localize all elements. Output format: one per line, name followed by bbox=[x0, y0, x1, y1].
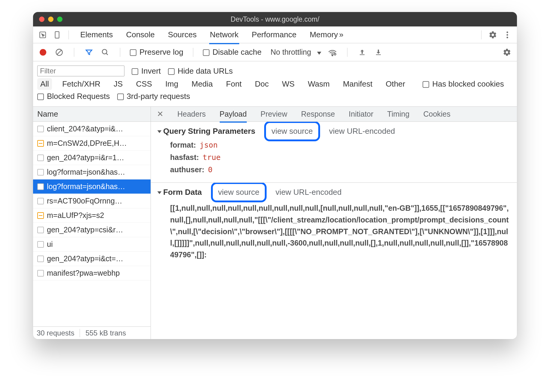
hide-data-urls-checkbox[interactable]: Hide data URLs bbox=[168, 66, 233, 76]
device-toolbar-icon[interactable] bbox=[50, 28, 64, 41]
request-row[interactable]: m=aLUfP?xjs=s2 bbox=[33, 208, 151, 223]
request-row[interactable]: m=CnSW2d,DPreE,H… bbox=[33, 136, 151, 151]
disclosure-triangle-icon[interactable] bbox=[157, 130, 162, 133]
search-icon[interactable] bbox=[100, 47, 110, 57]
svg-rect-12 bbox=[376, 54, 381, 55]
svg-line-8 bbox=[106, 53, 108, 55]
chevron-down-icon bbox=[317, 52, 321, 55]
request-name: m=CnSW2d,DPreE,H… bbox=[47, 139, 127, 148]
gear-icon[interactable] bbox=[486, 28, 500, 41]
tab-memory[interactable]: Memory bbox=[310, 26, 338, 43]
download-har-icon[interactable] bbox=[373, 47, 383, 57]
request-row[interactable]: gen_204?atyp=i&ct=… bbox=[33, 252, 151, 266]
document-file-icon bbox=[37, 241, 44, 248]
tab-sources[interactable]: Sources bbox=[168, 26, 197, 43]
filter-type-wasm[interactable]: Wasm bbox=[305, 78, 333, 90]
clear-icon[interactable] bbox=[54, 47, 64, 57]
document-file-icon bbox=[37, 169, 44, 176]
detail-tab-payload[interactable]: Payload bbox=[220, 110, 247, 123]
svg-point-3 bbox=[506, 34, 508, 35]
filter-type-fetch-xhr[interactable]: Fetch/XHR bbox=[59, 78, 103, 90]
document-file-icon bbox=[37, 155, 44, 161]
query-param: format:json bbox=[170, 141, 510, 149]
record-button[interactable] bbox=[38, 47, 48, 57]
request-count: 30 requests bbox=[37, 329, 74, 337]
network-conditions-icon[interactable] bbox=[327, 47, 338, 57]
svg-point-2 bbox=[506, 31, 508, 33]
third-party-checkbox[interactable]: 3rd-party requests bbox=[117, 92, 190, 101]
titlebar: DevTools - www.google.com/ bbox=[33, 12, 517, 26]
query-string-section-title: Query String Parameters bbox=[163, 127, 255, 136]
detail-pane: ✕ HeadersPayloadPreviewResponseInitiator… bbox=[151, 107, 517, 339]
invert-checkbox[interactable]: Invert bbox=[132, 66, 161, 76]
form-data-body: [[1,null,null,null,null,null,null,null,n… bbox=[170, 202, 510, 261]
filter-type-img[interactable]: Img bbox=[162, 78, 181, 90]
panel-gear-icon[interactable] bbox=[502, 47, 512, 57]
tab-elements[interactable]: Elements bbox=[80, 26, 113, 43]
formdata-view-url-encoded-link[interactable]: view URL-encoded bbox=[276, 188, 342, 197]
qsp-view-source-link[interactable]: view source bbox=[271, 127, 313, 136]
filter-type-font[interactable]: Font bbox=[223, 78, 245, 90]
request-name: gen_204?atyp=i&ct=… bbox=[47, 254, 123, 263]
svg-point-7 bbox=[102, 49, 107, 54]
devtools-window: DevTools - www.google.com/ ElementsConso… bbox=[33, 12, 517, 339]
inspect-element-icon[interactable] bbox=[36, 28, 49, 41]
preserve-log-checkbox[interactable]: Preserve log bbox=[130, 47, 183, 57]
more-tabs-button[interactable]: » bbox=[339, 26, 343, 43]
document-file-icon bbox=[37, 270, 44, 277]
filter-type-all[interactable]: All bbox=[37, 78, 52, 90]
detail-tab-headers[interactable]: Headers bbox=[177, 110, 206, 118]
request-row[interactable]: client_204?&atyp=i&… bbox=[33, 122, 151, 136]
request-row[interactable]: ui bbox=[33, 237, 151, 252]
network-toolbar: Preserve log Disable cache No throttling bbox=[33, 43, 517, 61]
request-name: m=aLUfP?xjs=s2 bbox=[47, 211, 104, 220]
form-data-section-title: Form Data bbox=[163, 188, 202, 197]
filter-type-manifest[interactable]: Manifest bbox=[340, 78, 375, 90]
detail-tab-preview[interactable]: Preview bbox=[261, 110, 287, 118]
transfer-size: 555 kB trans bbox=[80, 329, 126, 337]
disable-cache-label: Disable cache bbox=[212, 47, 261, 57]
request-row[interactable]: rs=ACT90oFqOrnng… bbox=[33, 194, 151, 208]
document-file-icon bbox=[37, 126, 44, 132]
detail-tab-response[interactable]: Response bbox=[301, 110, 335, 118]
kebab-menu-icon[interactable] bbox=[501, 28, 514, 41]
qsp-view-url-encoded-link[interactable]: view URL-encoded bbox=[329, 127, 395, 136]
disable-cache-checkbox[interactable]: Disable cache bbox=[203, 47, 261, 57]
has-blocked-cookies-checkbox[interactable]: Has blocked cookies bbox=[423, 79, 504, 89]
blocked-requests-checkbox[interactable]: Blocked Requests bbox=[37, 92, 110, 101]
filter-type-ws[interactable]: WS bbox=[279, 78, 298, 90]
query-param: hasfast:true bbox=[170, 153, 510, 162]
filter-input[interactable] bbox=[37, 66, 124, 76]
close-icon[interactable]: ✕ bbox=[157, 109, 163, 119]
detail-tab-cookies[interactable]: Cookies bbox=[423, 110, 450, 118]
document-file-icon bbox=[37, 183, 44, 190]
name-column-header[interactable]: Name bbox=[33, 107, 151, 122]
filter-type-css[interactable]: CSS bbox=[133, 78, 155, 90]
svg-line-6 bbox=[57, 50, 62, 54]
tab-console[interactable]: Console bbox=[126, 26, 154, 43]
request-row[interactable]: manifest?pwa=webhp bbox=[33, 266, 151, 280]
filter-type-js[interactable]: JS bbox=[111, 78, 126, 90]
request-row[interactable]: log?format=json&has… bbox=[33, 179, 151, 194]
detail-tab-initiator[interactable]: Initiator bbox=[349, 110, 373, 118]
request-list: Name client_204?&atyp=i&…m=CnSW2d,DPreE,… bbox=[33, 107, 151, 339]
formdata-view-source-link[interactable]: view source bbox=[218, 188, 259, 197]
request-row[interactable]: gen_204?atyp=csi&r… bbox=[33, 223, 151, 237]
filter-type-other[interactable]: Other bbox=[383, 78, 408, 90]
svg-rect-11 bbox=[360, 54, 365, 55]
svg-point-9 bbox=[332, 55, 333, 56]
request-row[interactable]: log?format=json&has… bbox=[33, 165, 151, 179]
upload-har-icon[interactable] bbox=[357, 47, 367, 57]
query-param: authuser:0 bbox=[170, 165, 510, 174]
tab-network[interactable]: Network bbox=[210, 26, 238, 43]
preserve-log-label: Preserve log bbox=[139, 47, 183, 57]
document-file-icon bbox=[37, 227, 44, 233]
detail-tab-timing[interactable]: Timing bbox=[387, 110, 409, 118]
throttling-select[interactable]: No throttling bbox=[270, 48, 321, 57]
filter-type-doc[interactable]: Doc bbox=[252, 78, 272, 90]
filter-type-media[interactable]: Media bbox=[188, 78, 216, 90]
request-row[interactable]: gen_204?atyp=i&r=1… bbox=[33, 151, 151, 165]
tab-performance[interactable]: Performance bbox=[252, 26, 297, 43]
disclosure-triangle-icon[interactable] bbox=[157, 191, 162, 194]
filter-icon[interactable] bbox=[84, 47, 94, 57]
